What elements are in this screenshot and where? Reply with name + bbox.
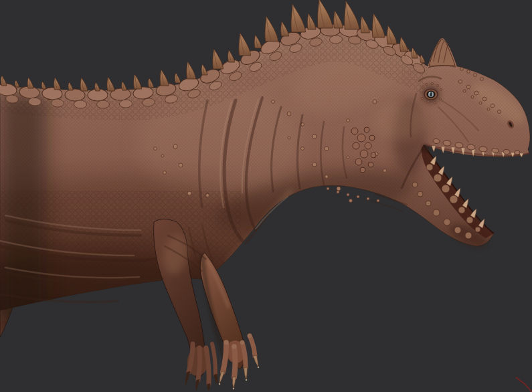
viewport-canvas[interactable]: Digital clay 3D sculpt of a ceratosaurid… <box>0 0 532 392</box>
sculpt-viewport[interactable]: Digital clay 3D sculpt of a ceratosaurid… <box>0 0 532 392</box>
